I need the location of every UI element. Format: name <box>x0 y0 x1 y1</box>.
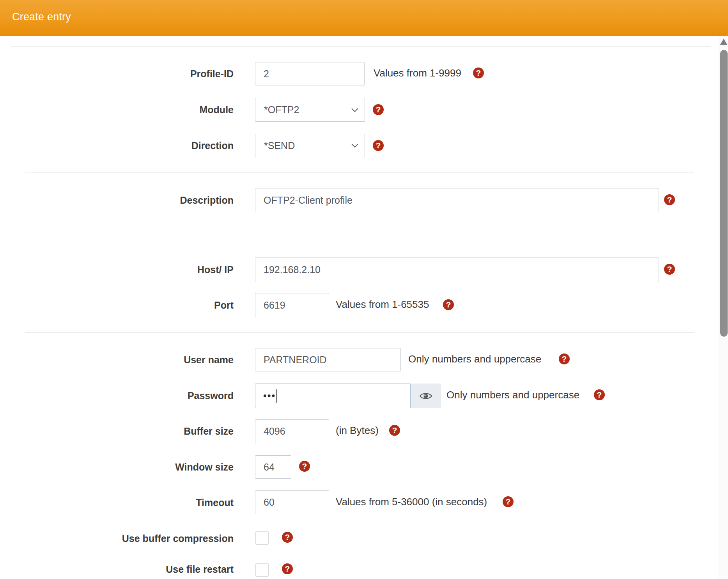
help-icon[interactable]: ? <box>443 299 454 310</box>
timeout-label: Timeout <box>196 496 234 509</box>
help-icon[interactable]: ? <box>473 67 484 78</box>
help-icon[interactable]: ? <box>299 461 310 472</box>
help-icon[interactable]: ? <box>559 353 570 364</box>
buffer-size-hint: (in Bytes) <box>336 424 379 437</box>
help-icon[interactable]: ? <box>373 140 384 151</box>
profile-id-input[interactable] <box>255 62 365 85</box>
window-size-label: Window size <box>175 460 234 474</box>
direction-label: Direction <box>191 139 234 152</box>
create-entry-page: Create entry Profile-ID Values from 1-99… <box>0 0 728 579</box>
help-icon[interactable]: ? <box>594 389 605 400</box>
use-file-restart-checkbox[interactable] <box>255 563 269 577</box>
eye-icon <box>419 392 432 400</box>
scrollbar-up-arrow[interactable] <box>720 39 728 45</box>
help-icon[interactable]: ? <box>664 264 675 275</box>
description-label: Description <box>180 194 234 207</box>
page-header: Create entry <box>0 0 728 36</box>
port-hint: Values from 1-65535 <box>336 298 429 311</box>
use-buffer-compression-label: Use buffer compression <box>122 532 234 545</box>
module-select-value: *OFTP2 <box>264 104 299 115</box>
timeout-hint: Values from 5-36000 (in seconds) <box>336 495 487 508</box>
password-hint: Only numbers and uppercase <box>446 388 579 401</box>
port-input[interactable] <box>255 293 329 317</box>
help-icon[interactable]: ? <box>282 532 293 543</box>
scrollbar-thumb[interactable] <box>720 50 728 337</box>
toggle-password-visibility-button[interactable] <box>411 384 441 408</box>
help-icon[interactable]: ? <box>664 194 675 205</box>
help-icon[interactable]: ? <box>503 496 514 507</box>
buffer-size-label: Buffer size <box>184 424 234 438</box>
password-masked-value: ••• <box>263 390 276 401</box>
password-input[interactable]: ••• <box>255 384 411 408</box>
password-label: Password <box>188 389 234 402</box>
use-buffer-compression-checkbox[interactable] <box>255 531 269 545</box>
port-label: Port <box>214 298 234 312</box>
host-ip-label: Host/ IP <box>197 263 234 276</box>
host-ip-input[interactable] <box>255 258 659 282</box>
window-size-input[interactable] <box>255 455 291 479</box>
connection-settings-card <box>11 243 711 579</box>
chevron-down-icon <box>351 144 358 147</box>
profile-id-label: Profile-ID <box>190 67 234 80</box>
direction-select-value: *SEND <box>264 140 295 151</box>
chevron-down-icon <box>351 108 358 112</box>
help-icon[interactable]: ? <box>389 425 400 436</box>
text-caret <box>276 389 277 403</box>
module-label: Module <box>200 103 234 116</box>
user-name-hint: Only numbers and uppercase <box>408 352 541 366</box>
module-select[interactable]: *OFTP2 <box>255 98 365 122</box>
divider <box>25 332 694 333</box>
description-input[interactable] <box>255 188 659 212</box>
help-icon[interactable]: ? <box>282 563 293 574</box>
direction-select[interactable]: *SEND <box>255 134 365 157</box>
help-icon[interactable]: ? <box>373 104 384 115</box>
buffer-size-input[interactable] <box>255 419 329 443</box>
user-name-input[interactable] <box>255 348 401 371</box>
use-file-restart-label: Use file restart <box>166 563 234 576</box>
user-name-label: User name <box>184 353 234 366</box>
timeout-input[interactable] <box>255 490 329 514</box>
profile-id-hint: Values from 1-9999 <box>374 66 461 80</box>
divider <box>25 172 694 173</box>
page-title: Create entry <box>12 11 71 23</box>
